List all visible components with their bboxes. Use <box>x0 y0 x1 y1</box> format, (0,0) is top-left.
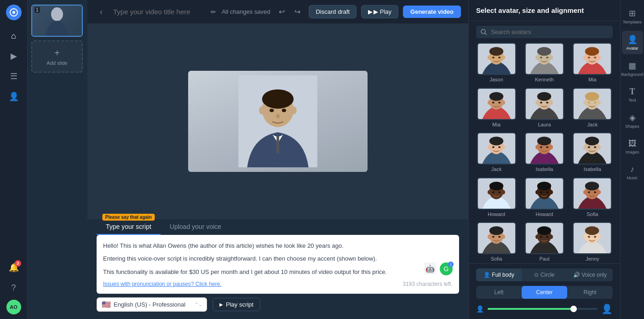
svg-point-115 <box>583 235 587 239</box>
avatar-name-0: Jason <box>489 77 503 82</box>
sidebar-layers[interactable]: ☰ <box>6 68 22 85</box>
avatar-image-12 <box>477 222 516 254</box>
avatar-card-jenny-14[interactable]: Jenny <box>570 222 615 263</box>
script-content[interactable]: Hello! This is what Allan Owens (the aut… <box>103 241 453 277</box>
avatar-card-isabella-8[interactable]: Isabella <box>570 132 615 174</box>
avatar-image-9 <box>477 177 516 210</box>
size-slider[interactable] <box>488 308 598 310</box>
avatar-card-jack-6[interactable]: Jack <box>474 132 518 174</box>
play-script-button[interactable]: ▶ Play script <box>213 298 260 311</box>
svg-point-38 <box>488 100 491 105</box>
svg-point-75 <box>588 146 590 148</box>
svg-point-88 <box>549 190 553 194</box>
svg-point-16 <box>489 47 503 56</box>
avatar-name-9: Howard <box>488 211 505 217</box>
ai-rewrite-icon[interactable]: 🤖 <box>424 262 436 274</box>
sidebar-play[interactable]: ▶ <box>6 48 22 64</box>
avatar-name-2: Mia <box>588 77 597 82</box>
slide-1[interactable]: 1 <box>31 5 83 37</box>
script-box: Hello! This is what Allan Owens (the aut… <box>97 235 459 294</box>
play-icon: ▶ <box>368 8 373 15</box>
svg-point-117 <box>588 236 590 238</box>
person-small-icon: 👤 <box>476 305 484 313</box>
svg-point-94 <box>583 190 587 194</box>
undo-redo-group: ↩ ↪ <box>275 5 304 19</box>
app-logo[interactable] <box>6 5 22 20</box>
avatar-card-howard-10[interactable]: Howard <box>522 177 566 219</box>
align-center-button[interactable]: Center <box>522 286 567 299</box>
sidebar-home[interactable]: ⌂ <box>6 28 22 44</box>
rail-background[interactable]: ▦ Background <box>622 57 643 80</box>
view-btn-circle[interactable]: ⊙ Circle <box>522 268 567 281</box>
avatar-image-1 <box>525 43 564 75</box>
avatar-card-mia-3[interactable]: Mia <box>474 88 518 129</box>
tab-script[interactable]: Please say that again Type your script <box>97 219 161 235</box>
svg-point-86 <box>537 182 551 190</box>
sidebar-help[interactable]: ? <box>6 279 22 296</box>
rail-text[interactable]: T Text <box>622 83 643 106</box>
svg-point-33 <box>588 57 590 58</box>
rail-shapes[interactable]: ◈ Shapes <box>622 109 643 132</box>
avatar-grid: Jason Kenneth Mia Mia <box>469 43 620 263</box>
play-button[interactable]: ▶ ▶ Play <box>361 5 398 18</box>
user-avatar[interactable]: AO <box>6 300 21 314</box>
svg-point-101 <box>488 235 491 239</box>
rail-images[interactable]: 🖼 Images <box>622 135 643 158</box>
align-right-button[interactable]: Right <box>567 286 613 299</box>
svg-point-102 <box>501 235 505 239</box>
right-panel-title: Select avatar, size and alignment <box>469 0 620 21</box>
discard-draft-button[interactable]: Discard draft <box>309 5 356 18</box>
rail-music[interactable]: ♪ Music <box>622 161 643 184</box>
title-edit-icon[interactable]: ✏ <box>211 8 216 16</box>
script-paragraph-3: This functionality is available for $30 … <box>103 268 453 277</box>
avatar-card-isabella-7[interactable]: Isabella <box>522 132 566 174</box>
avatar-name-7: Isabella <box>536 166 553 172</box>
rail-templates[interactable]: ⊞ Templates <box>622 5 643 28</box>
add-slide-button[interactable]: + Add slide <box>31 40 83 73</box>
svg-point-37 <box>489 92 503 101</box>
avatar-card-jason-0[interactable]: Jason <box>474 43 518 84</box>
undo-button[interactable]: ↩ <box>275 5 288 19</box>
video-title-input[interactable] <box>113 8 205 16</box>
search-icon <box>481 29 487 35</box>
grammar-check-icon[interactable]: G 2 <box>440 262 453 275</box>
rail-avatar[interactable]: 👤 Avatar <box>622 31 643 54</box>
avatar-card-howard-9[interactable]: Howard <box>474 177 518 219</box>
align-left-button[interactable]: Left <box>476 286 522 299</box>
tab-voice[interactable]: Upload your voice <box>161 219 230 235</box>
svg-point-9 <box>270 109 274 113</box>
avatar-card-mia-2[interactable]: Mia <box>570 43 615 84</box>
pronunciation-link[interactable]: Issues with pronunciation or pauses? Cli… <box>103 281 221 287</box>
avatar-search-input[interactable] <box>491 28 608 35</box>
svg-point-46 <box>549 100 553 105</box>
language-selector[interactable]: 🇺🇸 English (US) - Professional ⌃⌄ <box>97 297 207 312</box>
redo-button[interactable]: ↪ <box>290 5 304 19</box>
avatar-icon: 👤 <box>627 34 638 45</box>
sidebar-user[interactable]: 👤 <box>6 88 22 105</box>
script-bottom-bar: 🇺🇸 English (US) - Professional ⌃⌄ ▶ Play… <box>97 297 459 312</box>
generate-video-button[interactable]: Generate video <box>403 6 461 18</box>
svg-point-65 <box>537 137 551 145</box>
svg-point-18 <box>501 55 505 60</box>
view-btn-voice-only[interactable]: 🔊 Voice only <box>567 268 613 281</box>
canvas-area <box>87 24 468 219</box>
avatar-card-sofia-12[interactable]: Sofia <box>474 222 518 263</box>
avatar-card-paul-13[interactable]: Paul <box>522 222 566 263</box>
back-button[interactable]: ‹ <box>95 6 108 18</box>
svg-point-12 <box>481 29 485 34</box>
svg-point-108 <box>535 235 539 239</box>
svg-rect-4 <box>276 136 279 154</box>
avatar-card-kenneth-1[interactable]: Kenneth <box>522 43 566 84</box>
background-icon: ▦ <box>628 61 636 71</box>
svg-point-66 <box>535 145 539 150</box>
avatar-image-8 <box>573 132 612 165</box>
sidebar-notifications[interactable]: 🔔 3 <box>6 259 22 276</box>
avatar-card-jack-5[interactable]: Jack <box>570 88 615 129</box>
person-large-icon: 👤 <box>601 303 613 314</box>
top-bar: ‹ ✏ All changes saved ↩ ↪ Discard draft … <box>87 0 468 24</box>
svg-point-34 <box>594 57 597 58</box>
avatar-card-laura-4[interactable]: Laura <box>522 88 566 129</box>
avatar-card-sofia-11[interactable]: Sofia <box>570 177 615 219</box>
view-btn-full-body[interactable]: 👤 Full body <box>476 268 522 281</box>
add-icon: + <box>54 48 60 58</box>
